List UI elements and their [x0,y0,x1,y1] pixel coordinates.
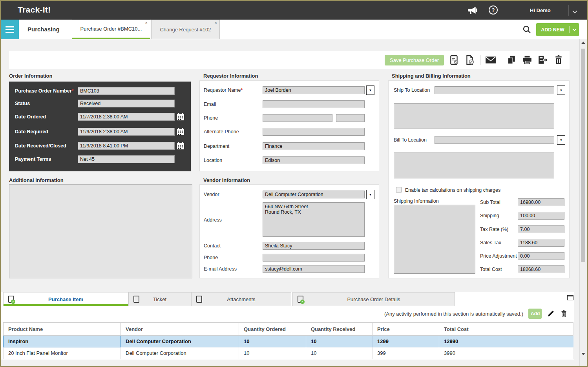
sales-tax-field[interactable] [518,239,564,247]
vendor-dropdown-button[interactable]: ▼ [366,190,374,199]
scroll-down-icon[interactable] [581,353,585,355]
tab-purchase-order[interactable]: Purchase Order #BMC10... × [72,20,150,39]
email-field[interactable] [263,100,365,108]
tab-purchase-item[interactable]: ✓ Purchase Item [3,292,128,306]
phone-ext-field[interactable] [336,114,365,122]
phone-field[interactable] [263,114,332,122]
add-item-button[interactable]: Add [528,309,542,319]
ship-to-field[interactable] [435,86,554,94]
col-product-name[interactable]: Product Name [4,323,121,336]
tab-ticket[interactable]: Ticket [128,292,191,306]
maximize-section-icon[interactable] [567,295,573,300]
ship-to-address-textarea[interactable] [394,103,554,129]
cell-quantity-ordered[interactable]: 10 [239,347,306,359]
purchase-items-table: Product Name Vendor Quantity Ordered Qua… [3,322,573,359]
tax-rate-label: Tax Rate (%) [480,227,508,232]
shipping-information-textarea[interactable] [394,205,475,274]
close-icon[interactable]: × [215,20,217,25]
col-price[interactable]: Price [373,323,439,336]
cell-quantity-received[interactable]: 10 [306,336,373,347]
total-cost-field[interactable] [518,265,564,273]
vendor-phone-field[interactable] [263,254,365,262]
date-received-field[interactable] [78,142,175,150]
cell-quantity-received[interactable]: 10 [306,347,373,359]
bill-to-field[interactable] [435,136,554,144]
cell-price[interactable]: 399 [373,347,439,359]
tax-calculations-checkbox[interactable] [396,187,402,193]
date-ordered-field[interactable] [78,113,175,121]
tax-rate-field[interactable] [518,225,564,233]
calendar-icon[interactable] [177,113,184,121]
po-number-field[interactable] [78,87,175,95]
ticket-tab-icon [133,296,139,303]
export-icon[interactable] [537,55,548,65]
vertical-scrollbar[interactable] [579,39,586,366]
cell-vendor[interactable]: Dell Computer Corporation [121,336,239,347]
requestor-name-field[interactable] [263,86,365,94]
shipping-field[interactable] [518,212,564,220]
tab-purchase-order-details[interactable]: ✓ Purchase Order Details [292,292,455,306]
shipping-label: Shipping [480,213,499,218]
shipping-information-label: Shipping Information [394,198,439,204]
cell-price[interactable]: 1299 [373,336,439,347]
hamburger-menu-icon[interactable] [1,20,19,39]
toolbar-divider [480,55,480,65]
vendor-address-textarea[interactable]: 664 NW 64th Street Round Rock, TX [263,202,365,237]
scroll-up-icon[interactable] [581,42,585,44]
help-glyph: ? [492,7,495,13]
payment-terms-field[interactable] [78,155,175,163]
tab-attachments[interactable]: Attachments [191,292,291,306]
location-field[interactable] [263,156,365,164]
tab-bar: Purchasing Purchase Order #BMC10... × Ch… [1,20,587,39]
delete-item-icon[interactable] [560,310,568,318]
active-tab-underline [4,304,128,306]
vendor-email-field[interactable] [263,265,365,273]
print-icon[interactable] [522,55,533,65]
edit-item-icon[interactable] [547,310,555,318]
copy-icon[interactable] [506,55,517,65]
scrollbar-thumb[interactable] [581,49,585,262]
sub-total-field[interactable] [518,198,564,206]
tab-change-request[interactable]: Change Request #102 × [151,20,220,39]
col-total-cost[interactable]: Total Cost [439,323,573,336]
close-icon[interactable]: × [145,20,148,25]
department-field[interactable] [263,142,365,150]
email-icon[interactable] [485,55,496,65]
calendar-icon[interactable] [177,128,184,136]
search-icon[interactable] [522,25,531,34]
vendor-field[interactable] [263,191,365,198]
cell-total-cost[interactable]: 3990 [439,347,573,359]
tab-label: Purchase Order #BMC10... [80,26,142,32]
requestor-name-dropdown-button[interactable]: ▼ [366,85,374,95]
price-adjustment-field[interactable] [518,252,564,260]
status-field[interactable] [78,100,175,107]
table-row-selected[interactable]: Inspiron Dell Computer Corporation 10 10… [4,336,573,347]
add-new-button[interactable]: ADD NEW [536,23,579,36]
col-quantity-received[interactable]: Quantity Received [306,323,373,336]
announcements-icon[interactable] [467,5,477,15]
add-new-chevron-icon[interactable] [570,28,579,31]
alternate-phone-field[interactable] [263,128,365,136]
receive-items-icon[interactable] [449,55,460,65]
bill-to-address-textarea[interactable] [394,153,554,178]
contact-field[interactable] [263,242,365,250]
ship-to-dropdown-button[interactable]: ▼ [557,85,565,95]
tab-label: Attachments [227,296,255,302]
delete-icon[interactable] [553,55,564,65]
col-quantity-ordered[interactable]: Quantity Ordered [239,323,306,336]
cell-total-cost[interactable]: 12990 [439,336,573,347]
cell-product-name[interactable]: 20 Inch Flat Panel Monitor [4,347,121,359]
calendar-icon[interactable] [177,142,184,150]
table-row[interactable]: 20 Inch Flat Panel Monitor Dell Computer… [4,347,573,359]
help-icon[interactable]: ? [489,5,498,15]
save-purchase-order-button[interactable]: Save Purchase Order [385,55,444,65]
cell-vendor[interactable]: Dell Computer Corporation [121,347,239,359]
date-required-field[interactable] [78,128,175,136]
cell-product-name[interactable]: Inspiron [4,336,121,347]
user-menu-chevron-icon[interactable] [572,8,577,15]
additional-information-textarea[interactable] [9,184,192,278]
bill-to-dropdown-button[interactable]: ▼ [557,135,565,145]
cell-quantity-ordered[interactable]: 10 [239,336,306,347]
col-vendor[interactable]: Vendor [121,323,239,336]
cancel-order-icon[interactable] [464,55,475,65]
